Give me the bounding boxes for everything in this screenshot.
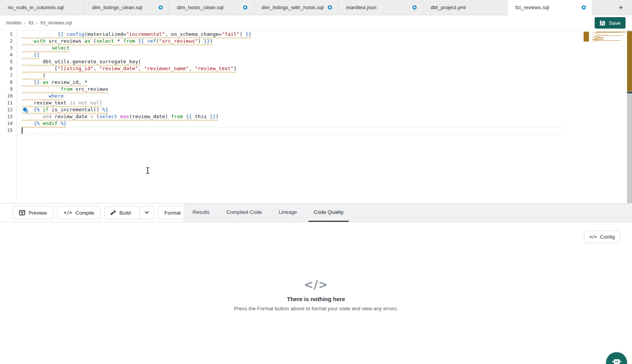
code-brackets-large-icon: </> — [0, 278, 632, 291]
indent-guide — [40, 65, 40, 72]
unsaved-dot-icon — [328, 5, 332, 10]
minimap-line — [592, 41, 597, 42]
line-number: 1 — [1, 31, 13, 38]
new-tab-button[interactable]: + — [616, 3, 626, 13]
build-label: Build — [119, 210, 131, 216]
code-line[interactable]: {{ config(materialized="incremental", on… — [22, 31, 252, 38]
code-line[interactable]: ) — [22, 72, 252, 79]
minimap-line — [595, 35, 623, 36]
text-caret — [22, 127, 22, 134]
build-split-button: Build — [104, 206, 154, 219]
file-tab-label: dim_listings_clean.sql — [92, 5, 142, 10]
config-label: Config — [600, 234, 615, 240]
code-line[interactable]: from src_reviews — [22, 86, 252, 93]
save-button[interactable]: Save — [595, 17, 626, 29]
line-number: 11 — [1, 99, 13, 106]
file-tab[interactable]: dim_listings_clean.sql — [85, 0, 169, 15]
file-tab[interactable]: fct_reviews.sql — [508, 0, 592, 15]
breadcrumb-separator: › — [36, 20, 38, 26]
mouse-ibeam-cursor — [146, 167, 150, 176]
panel-tab-code-quality[interactable]: Code Quality — [308, 204, 349, 222]
line-number: 6 — [1, 65, 13, 72]
action-buttons: Preview </> Compile Build Format — [13, 206, 187, 219]
code-line[interactable] — [22, 127, 252, 134]
empty-state-title: There is nothing here — [0, 296, 632, 302]
indent-guide — [48, 31, 49, 38]
file-tab-bar: no_nulls_in_columns.sqldim_listings_clea… — [0, 0, 632, 15]
file-tab-label: dim_hosts_clean.sql — [177, 5, 223, 10]
code-line[interactable]: {{ — [22, 51, 252, 58]
line-number: 10 — [1, 93, 13, 99]
chevron-down-icon — [144, 211, 149, 214]
format-button[interactable]: Format — [158, 206, 187, 219]
editor-scrollbar[interactable] — [627, 30, 632, 203]
code-brackets-icon: </> — [589, 234, 597, 239]
code-line[interactable]: with src_reviews as (select * from {{ re… — [22, 38, 252, 45]
breadcrumb: models › fct › fct_reviews.sql — [6, 15, 72, 30]
unsaved-dot-icon — [582, 5, 586, 10]
line-number: 9 — [1, 86, 13, 93]
breadcrumb-file: fct_reviews.sql — [40, 20, 72, 26]
file-tab[interactable]: dim_hosts_clean.sql — [169, 0, 254, 15]
code-line[interactable]: dbt_utils.generate_surrogate_key( — [22, 58, 252, 65]
line-number: 8 — [1, 79, 13, 86]
preview-label: Preview — [29, 210, 47, 216]
quick-fix-droplet-icon[interactable] — [22, 107, 29, 113]
scrollbar-thumb[interactable] — [627, 91, 632, 93]
minimap-line — [595, 33, 598, 34]
breadcrumb-fct[interactable]: fct — [29, 20, 34, 26]
minimap[interactable] — [582, 31, 627, 73]
code-line[interactable]: review_text is not null — [22, 99, 252, 106]
file-tab-label: fct_reviews.sql — [515, 5, 549, 10]
preview-button[interactable]: Preview — [13, 206, 53, 219]
file-tab[interactable]: dbt_project.yml — [423, 0, 508, 15]
panel-tab-results[interactable]: Results — [187, 204, 215, 222]
code-brackets-icon: </> — [64, 210, 72, 215]
file-tab-label: dim_listings_with_hosts.sql — [261, 5, 324, 10]
code-line[interactable]: }} as review_id, * — [22, 79, 252, 86]
file-tab[interactable]: no_nulls_in_columns.sql — [0, 0, 85, 15]
scrollbar-warning-marks — [627, 31, 632, 91]
table-grid-icon — [19, 210, 25, 215]
file-tab[interactable]: manifest.json — [338, 0, 423, 15]
unsaved-dot-icon — [159, 5, 163, 10]
config-button[interactable]: </> Config — [584, 231, 620, 243]
indent-guide — [40, 45, 40, 51]
code-line[interactable]: where — [22, 93, 252, 99]
line-number: 7 — [1, 72, 13, 79]
indent-guide — [30, 65, 31, 72]
unsaved-dot-icon — [412, 5, 417, 10]
code-line[interactable]: select — [22, 45, 252, 51]
file-tab[interactable]: dim_listings_with_hosts.sql — [254, 0, 338, 15]
build-button[interactable]: Build — [105, 207, 136, 219]
code-line[interactable]: and review_date > (select max(review_dat… — [22, 113, 252, 120]
indent-guide — [48, 86, 49, 93]
empty-state: </> There is nothing here Press the Form… — [0, 278, 632, 311]
code-lines[interactable]: {{ config(materialized="incremental", on… — [22, 31, 252, 134]
code-line[interactable]: ["listing_id", "review_date", "reviewer_… — [22, 65, 252, 72]
indent-guide — [40, 93, 40, 99]
code-line[interactable]: {% endif %} — [22, 120, 252, 127]
build-options-dropdown[interactable] — [140, 207, 154, 219]
empty-state-subtitle: Press the Format button above to format … — [0, 306, 632, 311]
line-number: 14 — [1, 120, 13, 127]
compile-button[interactable]: </> Compile — [57, 206, 101, 219]
breadcrumb-models[interactable]: models — [6, 20, 21, 26]
indent-guide — [48, 65, 49, 72]
compile-label: Compile — [75, 210, 95, 216]
indent-guide — [30, 45, 31, 51]
line-number: 12 — [1, 106, 13, 113]
code-line[interactable]: {% if is_incremental() %} — [22, 106, 252, 113]
bottom-toolbar: Preview </> Compile Build Format Results… — [0, 203, 632, 222]
indent-guide — [40, 86, 40, 93]
panel-tab-compiled-code[interactable]: Compiled Code — [221, 204, 267, 222]
code-editor[interactable]: 123456789101112131415 {{ config(material… — [0, 30, 632, 203]
code-quality-panel: </> Config </> There is nothing here Pre… — [0, 222, 632, 364]
minimap-block — [584, 32, 589, 42]
panel-tab-lineage[interactable]: Lineage — [273, 204, 302, 222]
file-tabs: no_nulls_in_columns.sqldim_listings_clea… — [0, 0, 592, 15]
minimap-line — [594, 40, 621, 41]
indent-guide — [30, 113, 31, 120]
line-number: 5 — [1, 58, 13, 65]
file-tab-label: dbt_project.yml — [431, 5, 466, 10]
